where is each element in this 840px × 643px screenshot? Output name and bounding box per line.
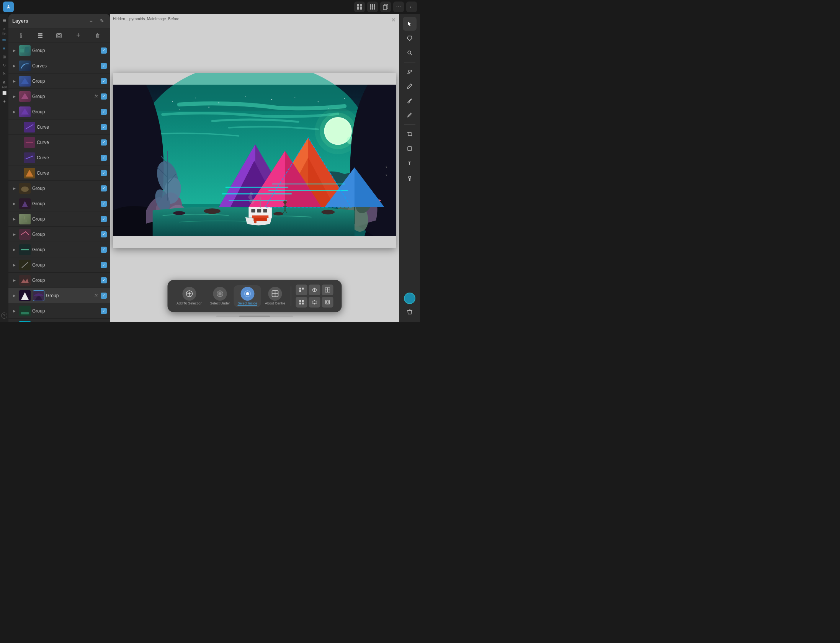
text-icon[interactable]: a [1, 79, 8, 85]
layer-item[interactable]: Curve ✓ [8, 150, 110, 165]
layer-visibility[interactable]: ✓ [101, 216, 107, 222]
layers-icon[interactable]: ≡ [1, 45, 8, 52]
layer-item[interactable]: Curve ✓ [8, 135, 110, 150]
layer-visibility[interactable]: ✓ [101, 262, 107, 268]
layer-item[interactable]: ▶ Group ✓ [8, 257, 110, 273]
select-inside-label: Select Inside [237, 301, 257, 306]
svg-point-40 [195, 98, 196, 98]
layer-visibility[interactable]: ✓ [101, 47, 107, 54]
panel-expand-left[interactable]: › [386, 172, 393, 178]
layer-thumbnail [19, 183, 31, 194]
layer-item[interactable]: ▶ Group ✓ [8, 181, 110, 196]
cursor-tool[interactable] [403, 17, 417, 31]
grid-btn-2[interactable] [309, 285, 320, 295]
grid3-icon-button[interactable] [367, 2, 378, 12]
layer-visibility[interactable]: ✓ [101, 201, 107, 207]
layer-item[interactable]: ▶ Group ✓ [8, 43, 110, 58]
layers-add-icon[interactable]: + [73, 30, 83, 41]
layer-visibility[interactable]: ✓ [101, 247, 107, 253]
grid-btn-6[interactable] [322, 297, 333, 308]
dropper-tool[interactable] [403, 171, 417, 185]
add-to-selection-button[interactable]: Add To Selection [173, 285, 206, 307]
layer-item[interactable]: ▶ Curves ✓ [8, 58, 110, 74]
grid2-icon-button[interactable] [354, 2, 365, 12]
layer-item[interactable]: ▶ Group ✓ [8, 74, 110, 89]
zoom-tool[interactable] [403, 46, 417, 60]
layer-item[interactable]: ▶ Group fx ✓ [8, 288, 110, 303]
svg-point-43 [271, 99, 273, 100]
grid-btn-4[interactable] [296, 297, 307, 308]
layers-edit-icon[interactable]: ✎ [98, 17, 106, 25]
brush-tool[interactable] [403, 94, 417, 108]
layer-visibility[interactable]: ✓ [101, 155, 107, 161]
brush-icon[interactable]: ✏ [1, 36, 8, 43]
eyedrop-tool[interactable] [403, 108, 417, 122]
opacity-icon[interactable]: ○ [1, 25, 8, 32]
layer-visibility[interactable]: ✓ [101, 308, 107, 314]
pen-tool[interactable] [403, 65, 417, 79]
toolbar-divider [404, 290, 415, 290]
svg-marker-24 [21, 78, 29, 84]
artwork[interactable] [113, 73, 396, 248]
layer-visibility[interactable]: ✓ [101, 277, 107, 283]
layer-thumbnail-secondary [33, 290, 44, 301]
layer-visibility[interactable]: ✓ [101, 78, 107, 84]
layer-item[interactable]: ▶ Group ✓ [8, 211, 110, 227]
layers-trash-icon[interactable]: 🗑 [92, 30, 103, 41]
about-centre-button[interactable]: About Centre [261, 285, 289, 307]
layer-visibility[interactable]: ✓ [101, 63, 107, 69]
layer-thumbnail [24, 152, 35, 163]
layer-arrow-icon: ▶ [13, 202, 18, 206]
select-inside-button[interactable]: Select Inside [234, 285, 261, 307]
image-icon[interactable]: ⬜ [1, 90, 8, 97]
layer-item[interactable]: ▶ Group ✓ [8, 273, 110, 288]
copy-icon-button[interactable] [380, 2, 391, 12]
layer-item[interactable]: ▶ Group ✓ [8, 242, 110, 257]
layers-frame-icon[interactable] [54, 30, 64, 41]
pencil-tool[interactable] [403, 79, 417, 93]
fx-icon[interactable]: fx [1, 70, 8, 77]
layer-visibility[interactable]: ✓ [101, 185, 107, 191]
layers-stack-icon[interactable] [35, 30, 46, 41]
dismiss-button[interactable]: ✕ [391, 17, 396, 23]
back-icon-button[interactable]: ← [406, 2, 417, 12]
more-icon-button[interactable]: ··· [393, 2, 404, 12]
layer-item[interactable]: Curve ✓ [8, 119, 110, 135]
layer-visibility[interactable]: ✓ [101, 293, 107, 299]
layer-visibility[interactable]: ✓ [101, 124, 107, 130]
layer-item[interactable]: ▶ Group ✓ [8, 104, 110, 119]
select-under-button[interactable]: Select Under [206, 285, 234, 307]
layer-item[interactable]: ▶ Group ✓ [8, 227, 110, 242]
grid-btn-5[interactable] [309, 297, 320, 308]
shape-tool[interactable] [403, 142, 417, 155]
layer-visibility[interactable]: ✓ [101, 231, 107, 237]
scroll-bar[interactable] [216, 316, 293, 317]
app-icon-button[interactable]: A [3, 2, 14, 12]
color-circle[interactable] [404, 293, 415, 304]
panel-collapse-left[interactable]: ‹ [386, 164, 393, 169]
layer-item[interactable]: ▶ Group ✓ [8, 303, 110, 319]
menu-icon[interactable]: ☰ [1, 17, 8, 24]
layer-item[interactable]: Curve ✓ [8, 165, 110, 181]
node-tool[interactable] [403, 31, 417, 45]
grid-icon[interactable]: ⊞ [1, 53, 8, 60]
layer-name: Group [32, 109, 99, 115]
layer-visibility[interactable]: ✓ [101, 139, 107, 146]
layer-item[interactable]: ▶ Group ✓ [8, 319, 110, 322]
layer-item[interactable]: ▶ Group fx ✓ [8, 89, 110, 104]
layer-visibility[interactable]: ✓ [101, 170, 107, 176]
help-icon[interactable]: ? [1, 313, 7, 319]
star-icon[interactable]: ✦ [1, 98, 8, 105]
grid-btn-1[interactable] [296, 285, 307, 295]
grid-btn-3[interactable] [322, 285, 333, 295]
crop-tool[interactable] [403, 127, 417, 141]
trash-icon[interactable] [403, 305, 417, 319]
layer-item[interactable]: ▶ Group ✓ [8, 196, 110, 211]
layers-list-icon[interactable]: ≡ [87, 17, 95, 25]
layers-info-icon[interactable]: ℹ [16, 30, 26, 41]
rotate-icon[interactable]: ↻ [1, 62, 8, 69]
layer-visibility[interactable]: ✓ [101, 109, 107, 115]
layer-visibility[interactable]: ✓ [101, 93, 107, 100]
text-tool[interactable]: T [403, 156, 417, 170]
svg-point-82 [204, 208, 221, 214]
